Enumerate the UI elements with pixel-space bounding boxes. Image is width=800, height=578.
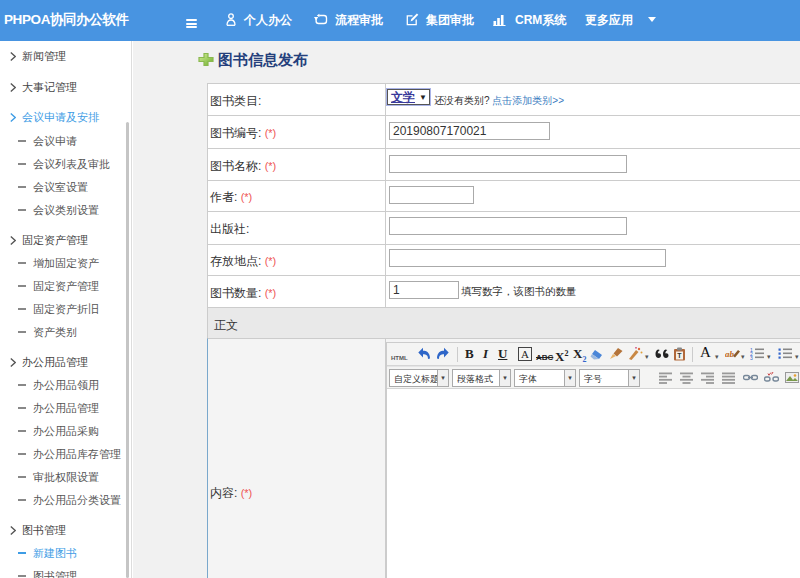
svg-text:3: 3 bbox=[750, 355, 753, 361]
svg-text:ab: ab bbox=[725, 349, 735, 359]
svg-text:T: T bbox=[677, 352, 682, 359]
